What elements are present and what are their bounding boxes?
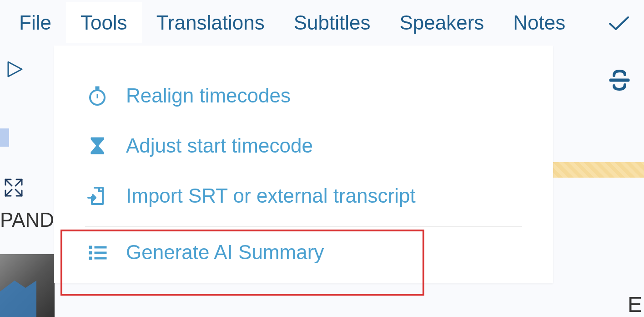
partial-text-right: E [628,292,644,317]
dropdown-item-import[interactable]: Import SRT or external transcript [54,171,553,221]
menu-translations[interactable]: Translations [142,2,279,43]
dropdown-item-adjust[interactable]: Adjust start timecode [54,121,553,171]
dropdown-label: Adjust start timecode [126,134,313,157]
import-file-icon [85,184,110,208]
menu-file[interactable]: File [5,2,66,43]
svg-rect-7 [89,251,92,254]
expand-label-partial: PAND [0,209,54,231]
strikethrough-icon[interactable] [608,68,631,94]
selection-indicator [0,128,9,147]
menu-notes[interactable]: Notes [498,2,580,43]
dropdown-label: Realign timecodes [126,84,291,107]
stopwatch-icon [85,83,110,108]
tools-dropdown: Realign timecodes Adjust start timecode … [54,46,553,283]
play-icon[interactable] [5,59,25,79]
svg-rect-2 [96,87,99,89]
svg-rect-10 [95,257,106,259]
svg-rect-8 [95,252,106,254]
video-thumbnail[interactable] [0,254,55,317]
dropdown-label: Import SRT or external transcript [126,184,416,207]
svg-rect-0 [609,79,629,82]
side-content: PAND [0,178,54,231]
menu-tools[interactable]: Tools [66,2,142,43]
expand-icon[interactable] [4,178,24,198]
menu-subtitles[interactable]: Subtitles [279,2,385,43]
check-icon [608,14,630,32]
status-check [608,14,644,32]
hourglass-icon [85,133,110,158]
dropdown-item-ai-summary[interactable]: Generate AI Summary [54,227,553,283]
svg-rect-6 [95,246,106,248]
menubar: File Tools Translations Subtitles Speake… [0,0,644,46]
highlight-strip [553,162,644,178]
dropdown-item-realign[interactable]: Realign timecodes [54,71,553,121]
svg-rect-9 [89,257,92,260]
menu-speakers[interactable]: Speakers [385,2,498,43]
list-icon [85,240,110,265]
dropdown-label: Generate AI Summary [126,241,324,264]
svg-rect-5 [89,246,92,249]
